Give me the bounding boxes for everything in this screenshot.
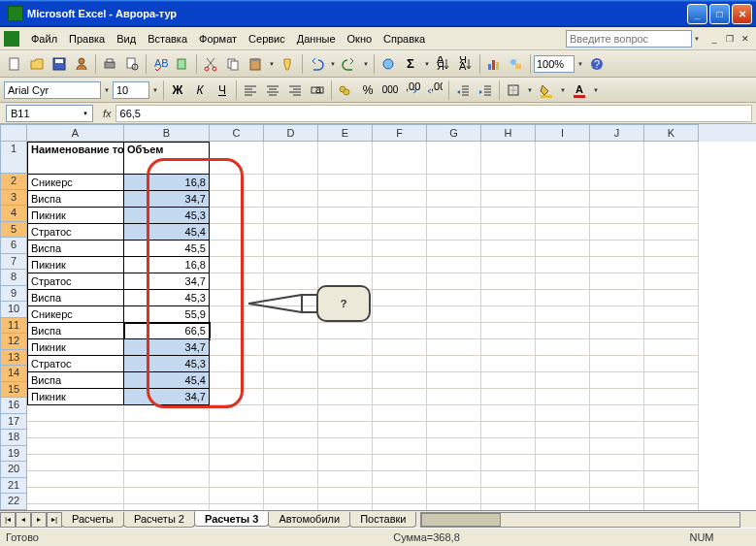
menu-edit[interactable]: Правка: [63, 31, 111, 47]
spelling-button[interactable]: ABC: [149, 53, 171, 75]
help-button[interactable]: ?: [586, 53, 608, 75]
cell-empty[interactable]: [264, 142, 318, 175]
cell-empty[interactable]: [536, 455, 590, 471]
undo-button[interactable]: [306, 53, 327, 75]
cell-empty[interactable]: [373, 142, 427, 175]
cell-empty[interactable]: [373, 504, 427, 510]
cell-empty[interactable]: [644, 471, 699, 488]
col-header-I[interactable]: I: [536, 124, 590, 142]
col-header-B[interactable]: B: [124, 124, 210, 142]
sheet-tab-2[interactable]: Расчеты 3: [194, 511, 269, 527]
cell-empty[interactable]: [318, 306, 373, 323]
cell-empty[interactable]: [644, 339, 699, 356]
cell-empty[interactable]: [210, 224, 264, 241]
cell-empty[interactable]: [644, 208, 699, 224]
decrease-indent-button[interactable]: [452, 80, 474, 101]
cell-empty[interactable]: [644, 455, 699, 471]
cell-empty[interactable]: [481, 504, 536, 510]
borders-dropdown-icon[interactable]: ▼: [525, 87, 535, 93]
row-header-21[interactable]: 21: [0, 478, 27, 495]
horizontal-scrollbar[interactable]: [420, 512, 740, 528]
cell-empty[interactable]: [318, 191, 373, 208]
cell-empty[interactable]: [318, 356, 373, 372]
cell-empty[interactable]: [644, 224, 699, 241]
cell-empty[interactable]: [373, 306, 427, 323]
cell-empty[interactable]: [590, 422, 644, 438]
cell-empty[interactable]: [644, 191, 699, 208]
cell-empty[interactable]: [264, 488, 318, 504]
cell-empty[interactable]: [264, 422, 318, 438]
cell-empty[interactable]: [481, 191, 536, 208]
cell-empty[interactable]: [644, 142, 699, 175]
cell-B14[interactable]: 45,4: [124, 372, 210, 389]
font-dropdown-icon[interactable]: ▼: [102, 87, 112, 93]
cell-empty[interactable]: [536, 471, 590, 488]
cell-empty[interactable]: [373, 191, 427, 208]
cell-empty[interactable]: [644, 175, 699, 191]
cell-A10[interactable]: Сникерс: [27, 306, 124, 323]
app-menu-icon[interactable]: [4, 31, 19, 47]
cell-empty[interactable]: [264, 455, 318, 471]
permissions-button[interactable]: [71, 53, 92, 75]
cell-empty[interactable]: [210, 175, 264, 191]
cell-A17[interactable]: [27, 422, 124, 438]
cell-empty[interactable]: [427, 438, 481, 455]
cell-empty[interactable]: [318, 257, 373, 273]
tab-nav-first[interactable]: |◂: [0, 512, 16, 528]
cell-empty[interactable]: [590, 339, 644, 356]
cell-empty[interactable]: [590, 142, 644, 175]
minimize-button[interactable]: _: [687, 4, 707, 24]
row-header-19[interactable]: 19: [0, 446, 27, 463]
cell-empty[interactable]: [264, 241, 318, 257]
italic-button[interactable]: К: [189, 80, 211, 101]
cell-empty[interactable]: [264, 339, 318, 356]
cell-empty[interactable]: [210, 488, 264, 504]
cell-A14[interactable]: Виспа: [27, 372, 124, 389]
cell-empty[interactable]: [481, 257, 536, 273]
cell-empty[interactable]: [590, 175, 644, 191]
cell-empty[interactable]: [264, 438, 318, 455]
cell-empty[interactable]: [318, 488, 373, 504]
cell-A22[interactable]: [27, 504, 124, 510]
cell-B20[interactable]: [124, 471, 210, 488]
col-header-F[interactable]: F: [373, 124, 427, 142]
cell-A15[interactable]: Пикник: [27, 389, 124, 405]
row-header-10[interactable]: 10: [0, 302, 27, 318]
doc-close-button[interactable]: ✕: [739, 32, 752, 46]
cell-empty[interactable]: [536, 339, 590, 356]
row-header-18[interactable]: 18: [0, 430, 27, 446]
cell-empty[interactable]: [536, 405, 590, 422]
fx-icon[interactable]: fx: [103, 108, 112, 119]
menu-service[interactable]: Сервис: [243, 31, 291, 47]
cell-empty[interactable]: [427, 504, 481, 510]
font-name-input[interactable]: [4, 81, 101, 99]
cell-empty[interactable]: [590, 372, 644, 389]
cell-empty[interactable]: [210, 455, 264, 471]
cell-empty[interactable]: [318, 405, 373, 422]
cell-empty[interactable]: [481, 323, 536, 339]
cell-empty[interactable]: [373, 290, 427, 306]
align-left-button[interactable]: [240, 80, 261, 101]
cell-empty[interactable]: [373, 175, 427, 191]
cell-empty[interactable]: [210, 405, 264, 422]
cell-empty[interactable]: [644, 241, 699, 257]
cell-empty[interactable]: [481, 438, 536, 455]
cell-A12[interactable]: Пикник: [27, 339, 124, 356]
cell-empty[interactable]: [536, 422, 590, 438]
print-button[interactable]: [99, 53, 120, 75]
cell-empty[interactable]: [264, 224, 318, 241]
cell-empty[interactable]: [427, 142, 481, 175]
col-header-K[interactable]: K: [644, 124, 699, 142]
cell-empty[interactable]: [210, 422, 264, 438]
cell-empty[interactable]: [590, 257, 644, 273]
cell-empty[interactable]: [481, 405, 536, 422]
cell-empty[interactable]: [590, 224, 644, 241]
cell-empty[interactable]: [210, 438, 264, 455]
font-size-input[interactable]: [113, 81, 149, 99]
row-header-16[interactable]: 16: [0, 398, 27, 414]
cell-empty[interactable]: [536, 290, 590, 306]
cell-empty[interactable]: [644, 389, 699, 405]
menu-insert[interactable]: Вставка: [142, 31, 193, 47]
cell-empty[interactable]: [210, 142, 264, 175]
cell-empty[interactable]: [644, 405, 699, 422]
